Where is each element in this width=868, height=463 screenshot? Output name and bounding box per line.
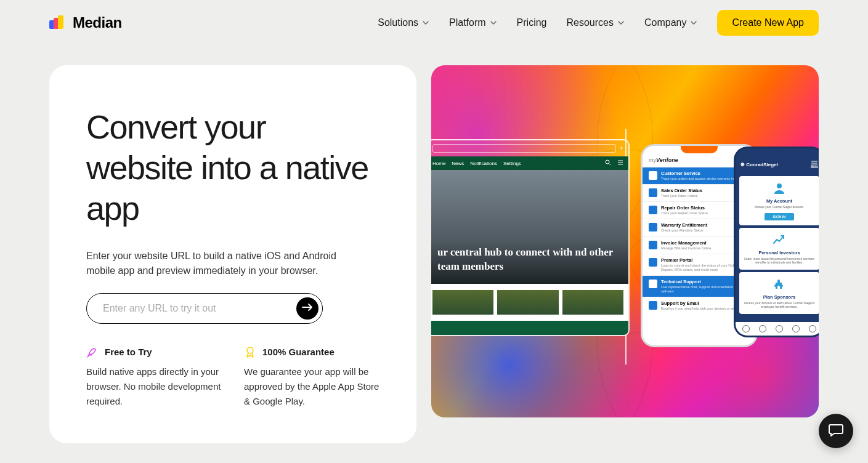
card-account: My Account Access your Conrad Siegel acc… — [739, 176, 819, 225]
search-icon — [605, 159, 611, 167]
phone-conradsiegel: ❋ ConradSiegel Menu My Account Access yo… — [734, 147, 819, 337]
chat-icon — [649, 280, 657, 288]
card-investors: Personal Investors Learn more about the … — [739, 228, 819, 270]
phone-notch — [681, 146, 718, 153]
chevron-down-icon — [690, 19, 697, 26]
headset-icon — [649, 171, 657, 180]
svg-point-5 — [777, 183, 782, 188]
wrench-icon — [649, 206, 657, 214]
menu-icon: Menu — [811, 161, 818, 169]
card-sponsors: Plan Sponsors Access your account or lea… — [739, 272, 819, 314]
invoice-icon — [649, 241, 657, 249]
card-sub: Access your Conrad Siegel account. — [743, 205, 816, 209]
phone2-header: ❋ ConradSiegel Menu — [736, 158, 819, 174]
home-icon — [742, 325, 750, 332]
primary-nav: Solutions Platform Pricing Resources Com… — [378, 10, 819, 36]
tab-bar — [736, 322, 819, 336]
browser-mockup: + Home News Notifications Settings ur c — [431, 139, 630, 336]
site-nav-item: Home — [432, 161, 445, 166]
phone2-brand: ❋ ConradSiegel — [740, 162, 778, 167]
site-nav-item: Settings — [503, 161, 521, 166]
chat-button[interactable] — [819, 414, 853, 448]
user-icon — [772, 181, 787, 196]
puzzle-icon — [772, 277, 787, 292]
bookmark-icon — [792, 325, 800, 332]
address-bar — [432, 144, 616, 153]
shield-icon — [649, 223, 657, 232]
cart-icon — [649, 188, 657, 197]
nav-label: Solutions — [378, 17, 418, 28]
chevron-down-icon — [617, 19, 625, 26]
nav-solutions[interactable]: Solutions — [378, 17, 429, 28]
features: Free to Try Build native apps directly i… — [86, 346, 379, 409]
site-nav: Home News Notifications Settings — [431, 156, 628, 170]
logo[interactable]: Median — [49, 14, 122, 31]
nav-label: Company — [644, 17, 686, 28]
chart-icon — [772, 233, 787, 248]
search-icon — [759, 325, 766, 332]
card-sub: Access your account or learn about Conra… — [743, 301, 816, 309]
nav-platform[interactable]: Platform — [449, 17, 497, 28]
url-input[interactable] — [103, 303, 296, 314]
award-icon — [244, 346, 256, 358]
card-title: Plan Sponsors — [743, 294, 816, 300]
hero-image: ur central hub to connect with nd other … — [431, 170, 628, 284]
arrow-right-icon — [302, 303, 313, 313]
header: Median Solutions Platform Pricing Resour… — [0, 0, 868, 46]
feature-free: Free to Try Build native apps directly i… — [86, 346, 222, 409]
browser-chrome: + — [431, 140, 628, 156]
chevron-down-icon — [422, 19, 429, 26]
url-input-group — [86, 293, 323, 324]
portal-icon — [649, 258, 657, 267]
status-bar — [736, 148, 819, 158]
submit-button[interactable] — [296, 297, 318, 320]
hero-subtext: Enter your website URL to build a native… — [86, 249, 345, 278]
add-icon — [776, 325, 783, 332]
rocket-icon — [86, 346, 99, 358]
svg-point-4 — [606, 160, 609, 164]
feature-title: Free to Try — [105, 347, 152, 357]
profile-icon — [809, 325, 816, 332]
hero-image-text: ur central hub to connect with nd other … — [437, 246, 619, 274]
main: Convert your website into a native app E… — [0, 65, 868, 443]
chevron-down-icon — [490, 19, 497, 26]
plus-icon: + — [619, 144, 623, 153]
create-app-button[interactable]: Create New App — [717, 10, 819, 36]
thumbnails — [431, 284, 628, 321]
browser-content: Home News Notifications Settings ur cent… — [431, 156, 628, 335]
nav-company[interactable]: Company — [644, 17, 697, 28]
nav-pricing[interactable]: Pricing — [517, 17, 547, 28]
nav-label: Pricing — [517, 17, 547, 28]
svg-rect-2 — [58, 15, 63, 29]
logo-icon — [49, 14, 67, 31]
nav-label: Platform — [449, 17, 486, 28]
feature-desc: Build native apps directly in your brows… — [86, 364, 222, 409]
hero-headline: Convert your website into a native app — [86, 107, 379, 229]
card-sub: Learn more about the personal investment… — [743, 257, 816, 265]
hero-card: Convert your website into a native app E… — [49, 65, 416, 443]
feature-title: 100% Guarantee — [262, 347, 335, 357]
nav-resources[interactable]: Resources — [567, 17, 625, 28]
hero-visual: + Home News Notifications Settings ur c — [431, 65, 819, 417]
signin-button: SIGN IN — [765, 213, 794, 220]
chat-icon — [828, 422, 844, 440]
feature-guarantee: 100% Guarantee We guarantee your app wil… — [244, 346, 379, 409]
site-nav-item: News — [452, 161, 464, 166]
feature-desc: We guarantee your app will be approved b… — [244, 364, 379, 409]
site-nav-item: Notifications — [470, 161, 497, 166]
svg-point-3 — [247, 347, 253, 353]
card-title: Personal Investors — [743, 250, 816, 256]
nav-label: Resources — [567, 17, 614, 28]
logo-text: Median — [73, 14, 122, 31]
mail-icon — [649, 301, 657, 310]
menu-icon — [617, 159, 623, 167]
card-title: My Account — [743, 198, 816, 204]
